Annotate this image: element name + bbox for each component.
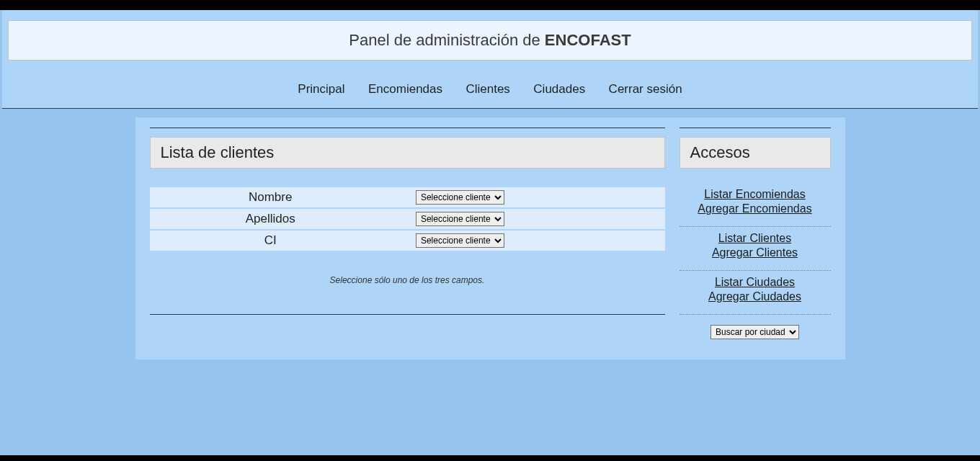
sidebar-column: Accesos Listar Encomiendas Agregar Encom… [680, 127, 831, 339]
sidebar-divider-3 [680, 314, 831, 315]
sidebar-group-encomiendas: Listar Encomiendas Agregar Encomiendas [680, 187, 831, 216]
title-box: Panel de administración de ENCOFAST [8, 20, 972, 61]
select-buscar-ciudad[interactable]: Buscar por ciudad [710, 325, 799, 339]
top-black-bar [0, 0, 980, 8]
title-prefix: Panel de administración de [349, 31, 545, 49]
page-title: Panel de administración de ENCOFAST [9, 31, 971, 50]
label-apellidos: Apellidos [154, 212, 387, 226]
main-column: Lista de clientes Nombre Seleccione clie… [150, 127, 665, 339]
link-agregar-encomiendas[interactable]: Agregar Encomiendas [680, 202, 831, 216]
nav-cerrar-sesion[interactable]: Cerrar sesión [603, 81, 688, 98]
content-wrap: Lista de clientes Nombre Seleccione clie… [135, 117, 845, 359]
label-ci: CI [154, 233, 387, 248]
label-nombre: Nombre [154, 190, 387, 205]
form-row-nombre: Nombre Seleccione cliente [150, 187, 665, 207]
link-agregar-ciudades[interactable]: Agregar Ciudades [680, 290, 831, 304]
section-title: Lista de clientes [150, 137, 665, 169]
nav-ciudades[interactable]: Ciudades [527, 81, 591, 98]
sidebar-group-clientes: Listar Clientes Agregar Clientes [680, 231, 831, 260]
sidebar-title: Accesos [680, 137, 831, 169]
nav-principal[interactable]: Principal [292, 81, 350, 98]
sidebar-divider-2 [680, 270, 831, 271]
link-agregar-clientes[interactable]: Agregar Clientes [680, 246, 831, 260]
form-row-ci: CI Seleccione cliente [150, 230, 665, 251]
brand-name: ENCOFAST [545, 31, 631, 49]
form-row-apellidos: Apellidos Seleccione cliente [150, 209, 665, 229]
link-listar-ciudades[interactable]: Listar Ciudades [680, 275, 831, 290]
main-top-rule [150, 127, 665, 128]
sidebar-group-ciudades: Listar Ciudades Agregar Ciudades [680, 275, 831, 304]
link-listar-encomiendas[interactable]: Listar Encomiendas [680, 187, 831, 202]
link-listar-clientes[interactable]: Listar Clientes [680, 231, 831, 246]
form-hint: Seleccione sólo uno de los tres campos. [150, 275, 665, 285]
bottom-black-bar [0, 455, 980, 461]
select-nombre[interactable]: Seleccione cliente [416, 190, 504, 205]
main-bottom-rule [150, 314, 665, 315]
nav-encomiendas[interactable]: Encomiendas [362, 81, 448, 98]
main-nav: Principal Encomiendas Clientes Ciudades … [8, 61, 972, 102]
page-body: Panel de administración de ENCOFAST Prin… [0, 10, 980, 455]
sidebar-divider-1 [680, 226, 831, 227]
header-panel: Panel de administración de ENCOFAST Prin… [2, 10, 978, 109]
nav-clientes[interactable]: Clientes [460, 81, 515, 98]
select-apellidos[interactable]: Seleccione cliente [416, 212, 504, 226]
side-top-rule [680, 127, 831, 128]
select-ci[interactable]: Seleccione cliente [416, 233, 504, 248]
